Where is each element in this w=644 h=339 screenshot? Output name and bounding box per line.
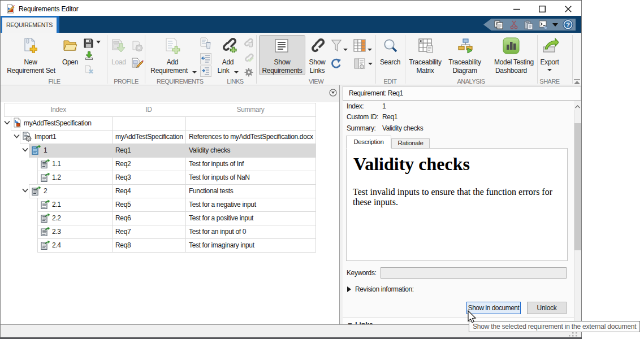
svg-text:?: ? [566,21,570,28]
